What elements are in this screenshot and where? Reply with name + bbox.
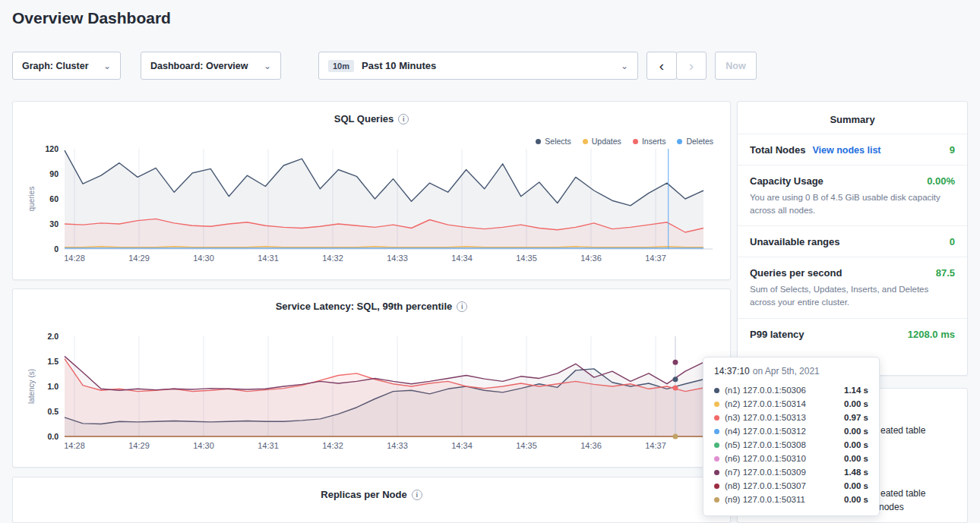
- qps-label: Queries per second: [750, 267, 842, 279]
- svg-text:30: 30: [49, 219, 58, 228]
- total-nodes-label: Total Nodes: [750, 144, 805, 156]
- node-address: (n3) 127.0.0.1:50313: [725, 413, 806, 422]
- summary-row-total-nodes: Total Nodes View nodes list 9: [738, 134, 967, 165]
- node-address: (n9) 127.0.0.1:50311: [725, 495, 805, 504]
- svg-text:14:37: 14:37: [645, 441, 666, 450]
- summary-row-qps: Queries per second 87.5 Sum of Selects, …: [738, 257, 967, 317]
- qps-value: 87.5: [936, 267, 955, 279]
- capacity-label: Capacity Usage: [750, 175, 824, 187]
- dashboard-dropdown[interactable]: Dashboard: Overview ⌄: [141, 52, 281, 80]
- info-icon[interactable]: i: [398, 114, 409, 124]
- svg-text:14:33: 14:33: [387, 254, 408, 263]
- svg-text:14:28: 14:28: [64, 441, 85, 450]
- node-latency-value: 0.00 s: [844, 440, 868, 449]
- chevron-down-icon: ⌄: [621, 61, 628, 71]
- time-prev-button[interactable]: ‹: [646, 52, 677, 80]
- chart-title-text: Service Latency: SQL, 99th percentile: [276, 301, 453, 312]
- svg-text:14:32: 14:32: [322, 441, 343, 450]
- node-latency-value: 0.00 s: [844, 495, 868, 504]
- chevron-down-icon: ⌄: [264, 61, 271, 71]
- node-latency-value: 0.97 s: [844, 413, 868, 422]
- capacity-description: You are using 0 B of 4.5 GiB usable disk…: [750, 191, 955, 216]
- node-address: (n8) 127.0.0.1:50307: [725, 481, 806, 490]
- event-item-fragment[interactable]: eated table: [880, 425, 925, 436]
- graph-dropdown[interactable]: Graph: Cluster ⌄: [12, 52, 121, 80]
- time-nav-group: ‹ ›: [646, 52, 707, 80]
- summary-panel: Summary Total Nodes View nodes list 9 Ca…: [737, 101, 968, 376]
- legend-dot-icon: [677, 139, 682, 144]
- tooltip-node-row: (n4) 127.0.0.1:503120.00 s: [714, 424, 868, 438]
- svg-text:latency (s): latency (s): [27, 369, 36, 404]
- tooltip-node-row: (n1) 127.0.0.1:503061.14 s: [714, 383, 868, 397]
- info-icon[interactable]: i: [457, 301, 467, 312]
- p99-latency-value: 1208.0 ms: [908, 329, 955, 340]
- svg-text:14:36: 14:36: [580, 254, 602, 263]
- node-address: (n1) 127.0.0.1:50306: [725, 386, 806, 395]
- node-color-dot-icon: [714, 497, 719, 503]
- summary-title: Summary: [738, 102, 967, 134]
- info-icon[interactable]: i: [412, 490, 422, 500]
- svg-text:14:33: 14:33: [387, 441, 408, 450]
- node-latency-value: 0.00 s: [844, 481, 868, 490]
- node-color-dot-icon: [714, 388, 719, 393]
- view-nodes-list-link[interactable]: View nodes list: [812, 145, 880, 156]
- summary-row-capacity: Capacity Usage 0.00% You are using 0 B o…: [738, 165, 967, 225]
- dashboard-dropdown-label: Dashboard: Overview: [150, 61, 248, 71]
- tooltip-node-row: (n3) 127.0.0.1:503130.97 s: [714, 411, 868, 424]
- tooltip-node-row: (n9) 127.0.0.1:503110.00 s: [714, 493, 868, 506]
- svg-text:14:37: 14:37: [645, 254, 666, 263]
- time-next-button[interactable]: ›: [676, 52, 707, 80]
- node-latency-value: 0.00 s: [844, 399, 868, 408]
- time-range-label: Past 10 Minutes: [362, 60, 436, 71]
- chart-hover-tooltip: 14:37:10on Apr 5th, 2021 (n1) 127.0.0.1:…: [703, 357, 880, 516]
- node-color-dot-icon: [714, 470, 719, 475]
- svg-text:120: 120: [45, 144, 58, 153]
- node-color-dot-icon: [714, 429, 719, 434]
- sql-queries-chart[interactable]: 14:2814:2914:3014:3114:3214:3314:3414:35…: [25, 144, 719, 266]
- svg-text:0: 0: [54, 244, 58, 254]
- time-range-selector[interactable]: 10m Past 10 Minutes ⌄: [318, 52, 638, 80]
- service-latency-chart[interactable]: 14:2814:2914:3014:3114:3214:3314:3414:35…: [25, 332, 719, 453]
- tooltip-date: on Apr 5th, 2021: [753, 366, 820, 376]
- chevron-down-icon: ⌄: [103, 61, 111, 71]
- node-latency-value: 0.00 s: [844, 427, 868, 436]
- unavailable-ranges-label: Unavailable ranges: [750, 236, 840, 247]
- svg-text:14:35: 14:35: [516, 441, 537, 450]
- svg-text:14:32: 14:32: [322, 254, 343, 263]
- now-button[interactable]: Now: [715, 52, 757, 80]
- tooltip-time: 14:37:10: [714, 366, 750, 376]
- tooltip-node-row: (n7) 127.0.0.1:503091.48 s: [714, 465, 868, 479]
- svg-text:14:34: 14:34: [451, 254, 473, 263]
- tooltip-node-row: (n6) 127.0.0.1:503100.00 s: [714, 452, 868, 465]
- node-address: (n4) 127.0.0.1:50312: [725, 427, 806, 436]
- node-latency-value: 1.48 s: [844, 468, 868, 477]
- qps-description: Sum of Selects, Updates, Inserts, and De…: [750, 283, 955, 308]
- event-item-fragment[interactable]: nodes: [879, 502, 904, 512]
- tooltip-header: 14:37:10on Apr 5th, 2021: [714, 366, 868, 376]
- svg-text:queries: queries: [27, 187, 36, 212]
- tooltip-node-row: (n8) 127.0.0.1:503070.00 s: [714, 479, 868, 493]
- node-address: (n7) 127.0.0.1:50309: [725, 468, 806, 477]
- legend-dot-icon: [536, 139, 541, 144]
- svg-text:1.5: 1.5: [47, 357, 58, 366]
- svg-text:14:29: 14:29: [128, 254, 150, 263]
- unavailable-ranges-value: 0: [950, 236, 955, 247]
- node-color-dot-icon: [714, 402, 719, 407]
- total-nodes-value: 9: [950, 144, 955, 156]
- sql-queries-title: SQL Queries i: [13, 113, 730, 124]
- chart-title-text: SQL Queries: [334, 113, 394, 124]
- svg-text:2.0: 2.0: [47, 332, 58, 341]
- tooltip-node-row: (n5) 127.0.0.1:503080.00 s: [714, 438, 868, 452]
- svg-text:90: 90: [49, 169, 58, 178]
- event-item-fragment[interactable]: eated table: [880, 488, 925, 499]
- svg-text:1.0: 1.0: [47, 382, 58, 391]
- tooltip-rows: (n1) 127.0.0.1:503061.14 s(n2) 127.0.0.1…: [714, 383, 868, 506]
- svg-text:14:31: 14:31: [258, 441, 279, 450]
- svg-text:14:31: 14:31: [258, 254, 279, 263]
- svg-text:14:30: 14:30: [193, 254, 214, 263]
- time-range-badge: 10m: [328, 60, 354, 72]
- svg-text:14:34: 14:34: [451, 441, 473, 450]
- node-latency-value: 1.14 s: [844, 386, 868, 395]
- node-color-dot-icon: [714, 415, 719, 421]
- sql-queries-card: SQL Queries i SelectsUpdatesInsertsDelet…: [12, 101, 731, 280]
